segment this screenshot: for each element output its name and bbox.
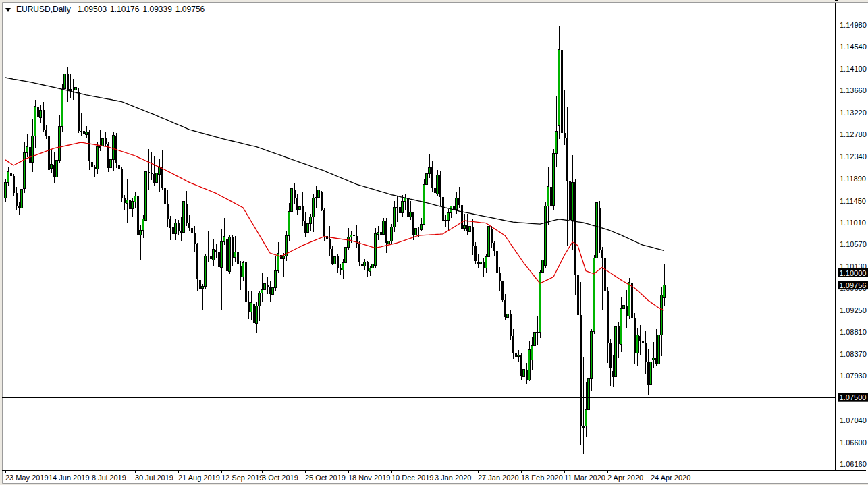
price-tick-label: 1.10570 [840,240,867,248]
svg-text:1.10000: 1.10000 [840,269,867,277]
quote-close: 1.09756 [175,5,205,14]
time-tick-label: 18 Feb 2020 [521,474,563,482]
time-tick-label: 3 Oct 2019 [262,474,298,482]
time-tick-label: 10 Dec 2019 [391,474,433,482]
chart-window: 1.149801.145401.141001.136601.132201.127… [0,0,868,485]
price-tick-label: 1.06160 [840,460,867,468]
price-tag-1.10000: 1.10000 [838,268,868,277]
window-frame [0,0,868,485]
price-tick-label: 1.14540 [840,42,867,51]
quote-high: 1.10176 [110,5,139,14]
quote-low: 1.09339 [142,5,171,14]
current-price-tag: 1.09756 [838,281,868,289]
time-tick-label: 24 Apr 2020 [651,474,690,482]
price-tick-label: 1.06600 [840,438,867,447]
price-tick-label: 1.13220 [840,109,867,117]
time-tick-label: 27 Jan 2020 [478,474,519,482]
time-tick-label: 3 Jan 2020 [435,474,471,482]
price-tick-label: 1.08810 [840,328,867,336]
time-tick-label: 23 May 2019 [5,474,49,482]
price-tag-1.07500: 1.07500 [838,393,868,402]
time-tick-label: 14 Jun 2019 [49,474,90,482]
price-tick-label: 1.14100 [840,65,867,73]
svg-text:1.09756: 1.09756 [840,281,867,289]
symbol-period-label: EURUSD,Daily [16,5,71,14]
price-tick-label: 1.12340 [840,152,867,161]
price-tick-label: 1.11450 [840,197,866,205]
price-tick-label: 1.12780 [840,130,867,138]
price-tick-label: 1.07040 [840,416,867,424]
time-tick-label: 12 Sep 2019 [221,474,263,482]
price-tick-label: 1.14980 [840,21,867,29]
time-tick-label: 30 Jul 2019 [135,474,173,482]
time-tick-label: 2 Apr 2020 [607,474,643,482]
time-tick-label: 25 Oct 2019 [305,474,346,482]
quote-open: 1.09503 [78,5,107,14]
collapse-triangle-icon[interactable] [5,8,11,12]
price-tick-label: 1.08370 [840,350,867,358]
price-tick-label: 1.11010 [840,219,866,227]
chart-title: EURUSD,Daily 1.09503 1.10176 1.09339 1.0… [5,5,208,14]
time-tick-label: 11 Mar 2020 [564,474,605,482]
price-tick-label: 1.09250 [840,306,867,314]
price-tick-label: 1.11890 [840,175,866,183]
price-tick-label: 1.07930 [840,372,867,380]
svg-text:1.07500: 1.07500 [840,393,867,401]
time-tick-label: 18 Nov 2019 [348,474,390,482]
price-tick-label: 1.13660 [840,86,867,94]
time-tick-label: 8 Jul 2019 [92,474,126,482]
time-tick-label: 21 Aug 2019 [178,474,220,482]
chart-canvas[interactable]: 1.149801.145401.141001.136601.132201.127… [0,0,868,485]
